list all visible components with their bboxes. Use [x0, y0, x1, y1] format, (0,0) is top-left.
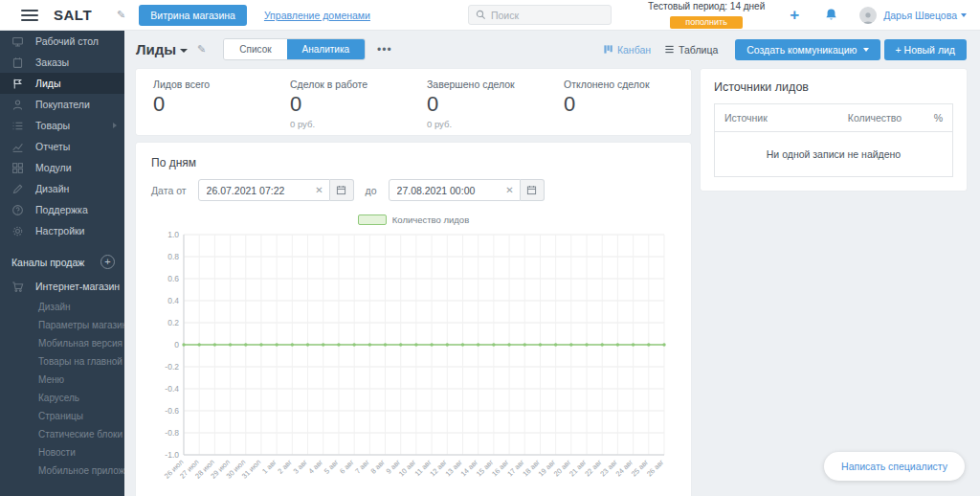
tab-analytics[interactable]: Аналитика	[287, 39, 366, 59]
sidebar-item-customers[interactable]: Покупатели	[0, 94, 124, 115]
sidebar-item-online-store[interactable]: Интернет-магазин	[0, 275, 124, 298]
store-logo: SALT	[54, 7, 92, 23]
sidebar-subitem-menu[interactable]: Меню	[0, 371, 124, 389]
view-tabs: Список Аналитика	[223, 38, 366, 60]
svg-text:-0.8: -0.8	[165, 428, 179, 438]
sidebar-item-products[interactable]: Товары	[0, 115, 124, 136]
sidebar-item-modules[interactable]: Модули	[0, 157, 124, 178]
sidebar-subitem-static-blocks[interactable]: Статические блоки	[0, 425, 124, 443]
customers-icon	[11, 99, 24, 111]
calendar-icon[interactable]	[521, 179, 545, 201]
cart-icon	[11, 281, 24, 293]
svg-text:26 авг: 26 авг	[645, 458, 666, 479]
clear-date-icon[interactable]: ✕	[315, 185, 323, 195]
sidebar-item-design[interactable]: Дизайн	[0, 178, 124, 199]
sidebar-subitem-carousel[interactable]: Карусель	[0, 389, 124, 407]
storefront-button[interactable]: Витрина магазина	[139, 5, 247, 26]
chevron-right-icon	[113, 123, 117, 128]
svg-text:2 авг: 2 авг	[276, 458, 294, 476]
hamburger-menu-icon[interactable]	[21, 10, 38, 21]
page-header: Лиды ✎ Список Аналитика ••• Канбан Табли…	[124, 31, 980, 67]
lead-sources-table: Источник Количество % Ни одной записи не…	[714, 103, 953, 177]
contact-specialist-button[interactable]: Написать специалисту	[824, 452, 965, 481]
more-options-icon[interactable]: •••	[377, 43, 392, 56]
empty-table-message: Ни одной записи не найдено	[715, 132, 953, 177]
legend-swatch	[358, 214, 387, 225]
col-count[interactable]: Количество	[805, 104, 911, 132]
notifications-bell-icon[interactable]	[824, 8, 838, 22]
sidebar-subitem-mobile-version[interactable]: Мобильная версия	[0, 334, 124, 352]
svg-text:7 авг: 7 авг	[353, 458, 371, 476]
lead-sources-title: Источники лидов	[714, 80, 953, 94]
sidebar-item-dashboard[interactable]: Рабочий стол	[0, 31, 124, 52]
search-box[interactable]	[468, 5, 612, 25]
sidebar-subitem-store-settings[interactable]: Параметры магазина	[0, 316, 124, 334]
edit-title-icon[interactable]: ✎	[197, 43, 206, 56]
add-channel-icon[interactable]: +	[100, 255, 115, 269]
chevron-down-icon	[961, 13, 967, 17]
clear-date-icon[interactable]: ✕	[505, 185, 513, 195]
sidebar-item-reports[interactable]: Отчеты	[0, 136, 124, 157]
kanban-view-link[interactable]: Канбан	[603, 44, 651, 56]
svg-text:4 авг: 4 авг	[307, 458, 325, 476]
sales-channels-section: Каналы продаж +	[0, 241, 124, 275]
design-pencil-icon	[11, 183, 24, 195]
date-to-label: до	[366, 185, 377, 196]
sidebar-item-support[interactable]: Поддержка	[0, 199, 124, 220]
edit-store-name-icon[interactable]: ✎	[117, 9, 125, 21]
sidebar-subitem-design[interactable]: Дизайн	[0, 298, 124, 316]
legend-label: Количество лидов	[392, 214, 469, 225]
topup-button[interactable]: пополнить	[670, 16, 743, 30]
date-to-input[interactable]	[397, 185, 493, 196]
search-icon	[476, 10, 486, 20]
svg-text:-1.0: -1.0	[165, 450, 179, 460]
reports-chart-icon	[11, 141, 24, 153]
create-communication-button[interactable]: Создать коммуникацию	[735, 39, 880, 60]
kanban-icon	[603, 44, 613, 55]
stat-deals-in-progress: Сделок в работе 0 0 руб.	[277, 79, 413, 129]
by-days-panel: По дням Дата от ✕ до ✕	[136, 143, 691, 496]
sidebar-subitem-pages[interactable]: Страницы	[0, 407, 124, 425]
svg-text:0: 0	[174, 340, 179, 349]
svg-text:0.8: 0.8	[167, 252, 179, 261]
orders-icon	[11, 56, 24, 69]
sidebar-subitem-homepage-products[interactable]: Товары на главной	[0, 352, 124, 371]
trial-period-block: Тестовый период: 14 дней пополнить	[648, 1, 765, 30]
svg-text:-0.2: -0.2	[165, 362, 179, 372]
col-percent[interactable]: %	[911, 104, 952, 132]
leads-by-day-chart: 1.00.80.60.40.20-0.2-0.4-0.6-0.8-1.026 и…	[151, 227, 676, 496]
sidebar-item-settings[interactable]: Настройки	[0, 220, 124, 241]
chevron-down-icon	[180, 49, 188, 53]
date-from-field[interactable]: ✕	[198, 179, 330, 201]
sidebar-subitem-news[interactable]: Новости	[0, 443, 124, 462]
sidebar-item-leads[interactable]: Лиды	[0, 73, 124, 94]
search-input[interactable]	[491, 10, 601, 21]
add-icon[interactable]: +	[790, 7, 799, 23]
lead-sources-panel: Источники лидов Источник Количество % Ни…	[701, 69, 967, 191]
svg-text:-0.4: -0.4	[165, 384, 179, 394]
chart-legend: Количество лидов	[151, 214, 676, 225]
settings-gear-icon	[11, 225, 24, 237]
sidebar-item-orders[interactable]: Заказы	[0, 52, 124, 73]
user-avatar[interactable]	[859, 7, 877, 24]
products-list-icon	[11, 120, 24, 132]
by-days-title: По дням	[151, 156, 676, 169]
svg-text:1.0: 1.0	[167, 230, 179, 239]
new-lead-button[interactable]: + Новый лид	[884, 39, 968, 60]
user-menu[interactable]: Дарья Швецова	[883, 10, 957, 21]
lead-stats-panel: Лидов всего 0 Сделок в работе 0 0 руб. З…	[136, 69, 691, 135]
table-view-link[interactable]: Таблица	[664, 44, 718, 56]
support-question-icon	[11, 204, 24, 216]
stat-completed-deals: Завершено сделок 0 0 руб.	[413, 79, 550, 129]
stat-rejected-deals: Отклонено сделок 0	[550, 79, 687, 129]
date-from-input[interactable]	[207, 185, 302, 196]
page-title[interactable]: Лиды	[136, 41, 176, 57]
svg-text:0.6: 0.6	[167, 274, 179, 283]
calendar-icon[interactable]	[330, 179, 354, 201]
col-source[interactable]: Источник	[715, 104, 806, 132]
tab-list[interactable]: Список	[224, 39, 286, 59]
sidebar-subitem-mobile-app[interactable]: Мобильное приложение	[0, 462, 124, 480]
stat-total-leads: Лидов всего 0	[140, 79, 277, 129]
date-to-field[interactable]: ✕	[389, 179, 521, 201]
manage-domains-link[interactable]: Управление доменами	[264, 10, 370, 21]
